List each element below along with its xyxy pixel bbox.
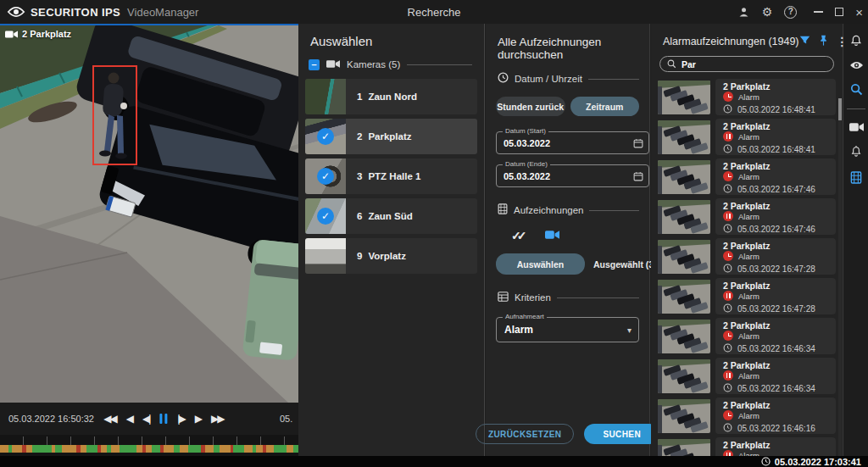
alarm-camera-name: 2 Parkplatz [723,281,836,291]
alarm-list-item[interactable]: 2 Parkplatz Alarm 05.03.2022 16:47:46 [658,158,836,195]
camera-list-item[interactable]: 1 Zaun Nord [305,79,477,114]
alarm-thumbnail [658,81,710,114]
alarm-type-label: Alarm [738,371,760,381]
clock-icon [723,142,732,157]
datetime-section-label: Datum / Uhrzeit [515,74,582,84]
reset-button[interactable]: ZURÜCKSETZEN [476,424,574,444]
alarm-list: 2 Parkplatz Alarm 05.03.2022 16:48:41 [651,79,843,460]
alarm-list-item[interactable]: 2 Parkplatz Alarm 05.03.2022 16:48:41 [658,119,836,155]
alarm-timestamp: 05.03.2022 16:47:28 [737,264,815,274]
camera-number: 1 [357,92,362,102]
camera-list: 1 Zaun Nord ✓ 2 Parkplatz ✓ 3 PTZ Halle … [298,79,484,274]
brand-name: SECURITON IPS [31,6,120,19]
alarm-list-item[interactable]: 2 Parkplatz Alarm 05.03.2022 16:46:16 [658,398,836,434]
alarm-camera-name: 2 Parkplatz [723,400,836,410]
live-view-eye-icon[interactable] [849,60,864,70]
search-button[interactable]: SUCHEN [584,424,659,444]
close-button[interactable]: × [855,6,863,19]
pause-button[interactable] [159,414,167,424]
search-icon [667,57,676,72]
alarm-thumbnail [658,240,710,274]
user-icon[interactable] [737,6,750,19]
rewind-button[interactable]: ◀◀ [103,413,115,425]
alarm-type-icon [723,291,733,301]
alarm-type-label: Alarm [738,212,760,221]
alarm-list-item[interactable]: 2 Parkplatz Alarm 05.03.2022 16:48:41 [658,79,836,115]
camera-panel-title: Auswählen [298,24,484,57]
camera-filter-icon[interactable] [545,228,559,243]
alarm-bell-icon[interactable] [849,145,863,158]
videomanager-window: SECURITON IPS VideoManager Recherche ⚙ ?… [0,0,868,467]
cameras-icon[interactable] [849,122,864,132]
recording-timeline[interactable] [0,445,298,453]
fast-forward-button[interactable]: ▶▶ [211,413,223,425]
notifications-bell-icon[interactable] [849,34,863,47]
criteria-grid-icon [498,290,509,305]
date-start-label: Datum (Start) [503,127,548,135]
clock-icon [723,420,732,436]
camera-number: 3 [357,171,362,181]
camera-list-item[interactable]: ✓ 2 Parkplatz [305,119,477,154]
previous-button[interactable]: ◀ [126,413,132,425]
alarm-thumbnail [658,200,710,234]
camera-list-item[interactable]: 9 Vorplatz [305,238,477,274]
frame-back-button[interactable]: ◀| [142,413,149,425]
camera-thumbnail [305,238,346,274]
mode-toolbar [844,24,868,456]
alarm-search-box [659,56,834,72]
recording-type-value: Alarm [497,324,627,336]
selected-check-icon: ✓ [317,168,334,185]
alarm-list-item[interactable]: 2 Parkplatz Alarm 05.03.2022 16:47:46 [658,198,836,235]
select-recordings-button[interactable]: Auswählen [496,253,585,275]
clock-icon [761,454,771,467]
alarm-camera-name: 2 Parkplatz [723,241,836,251]
recordings-film-icon[interactable] [850,171,862,184]
calendar-icon[interactable] [633,171,643,181]
frame-forward-button[interactable]: |▶ [177,413,184,425]
clock-icon [723,102,732,117]
minimize-button[interactable] [814,11,823,13]
alarm-type-label: Alarm [738,92,760,102]
alarm-panel-title: Alarmaufzeichnungen (1949) [663,36,799,47]
play-button[interactable]: ▶ [195,413,201,425]
alarm-timestamp: 05.03.2022 16:48:41 [737,105,815,114]
filter-icon[interactable] [799,34,810,49]
alarm-type-label: Alarm [738,331,760,341]
alarm-timestamp: 05.03.2022 16:46:34 [737,344,815,353]
camera-select-panel: Auswählen – Kameras (5) 1 Zaun Nord ✓ 2 … [298,24,485,456]
camera-list-item[interactable]: ✓ 3 PTZ Halle 1 [305,158,477,194]
alarm-list-item[interactable]: 2 Parkplatz Alarm 05.03.2022 16:46:34 [658,318,836,354]
live-video-tile[interactable]: 2 Parkplatz [0,24,298,403]
camera-list-item[interactable]: ✓ 6 Zaun Süd [305,198,477,234]
alarm-list-item[interactable]: 2 Parkplatz Alarm 05.03.2022 16:47:28 [658,278,836,314]
date-start-input[interactable] [497,138,633,148]
date-end-label: Datum (Ende) [503,160,550,168]
clock-icon [723,341,732,356]
recording-type-select[interactable]: Aufnahmeart Alarm ▾ [496,317,639,342]
settings-gear-icon[interactable]: ⚙ [762,6,773,18]
alarm-list-item[interactable]: 2 Parkplatz Alarm 05.03.2022 16:47:28 [658,238,836,275]
help-icon[interactable]: ? [784,6,797,19]
pin-icon[interactable] [819,34,828,49]
hours-back-button[interactable]: Stunden zurück [496,97,565,116]
alarm-type-icon [723,171,733,181]
clock-icon [723,261,732,276]
camera-name: PTZ Halle 1 [368,171,420,181]
cameras-group-icon [326,57,340,72]
alarm-list-scrollbar[interactable] [838,98,842,467]
double-check-icon[interactable]: ✓✓ [511,229,526,242]
camera-number: 9 [357,251,362,261]
calendar-icon[interactable] [633,138,643,148]
date-end-input[interactable] [497,171,633,181]
alarm-thumbnail [658,399,710,433]
date-start-field: Datum (Start) [496,131,649,154]
time-range-button[interactable]: Zeitraum [570,97,640,116]
search-mode-icon[interactable] [850,83,863,96]
alarm-timestamp: 05.03.2022 16:48:41 [737,145,815,154]
alarm-camera-name: 2 Parkplatz [723,161,836,171]
alarm-search-input[interactable] [682,59,826,69]
maximize-button[interactable] [835,8,843,16]
select-all-checkbox[interactable]: – [309,59,320,70]
chevron-down-icon: ▾ [627,325,632,335]
alarm-list-item[interactable]: 2 Parkplatz Alarm 05.03.2022 16:46:34 [658,358,836,394]
